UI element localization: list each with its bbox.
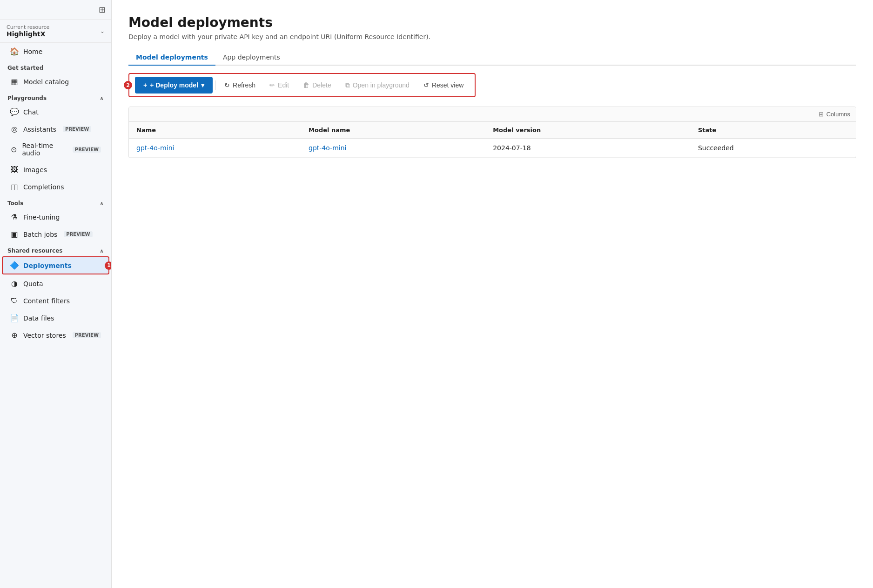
sidebar-item-deployments-label: Deployments xyxy=(23,262,72,269)
cell-model-version: 2024-07-18 xyxy=(485,139,691,158)
resource-selector[interactable]: Current resource HighlightX ⌄ xyxy=(0,20,111,43)
sidebar-item-home[interactable]: 🏠 Home xyxy=(3,43,108,60)
sidebar-item-content-filters[interactable]: 🛡 Content filters xyxy=(3,293,108,309)
reset-view-button[interactable]: ↺ Reset view xyxy=(418,79,469,92)
vector-stores-badge: PREVIEW xyxy=(73,332,101,338)
table-header-row: ⊞ Columns xyxy=(129,107,856,122)
deployments-icon: 🔷 xyxy=(10,261,19,270)
realtime-audio-badge: PREVIEW xyxy=(73,147,101,153)
quota-icon: ◑ xyxy=(10,279,19,288)
sidebar-item-batch-jobs[interactable]: ▣ Batch jobs PREVIEW xyxy=(3,226,108,242)
cell-state: Succeeded xyxy=(691,139,856,158)
sidebar-item-fine-tuning[interactable]: ⚗ Fine-tuning xyxy=(3,209,108,225)
edit-button[interactable]: ✏ Edit xyxy=(264,79,295,92)
deployments-table: ⊞ Columns Name Model name Model version … xyxy=(128,107,856,158)
page-description: Deploy a model with your private API key… xyxy=(128,33,856,40)
sidebar-item-completions-label: Completions xyxy=(23,183,64,191)
sidebar-item-realtime-audio-label: Real-time audio xyxy=(22,142,66,157)
open-in-playground-icon: ⧉ xyxy=(345,81,350,89)
toolbar: + + Deploy model ▾ ↻ Refresh ✏ Edit 🗑 De… xyxy=(128,73,476,97)
sidebar-item-quota-label: Quota xyxy=(23,280,43,287)
sidebar-item-quota[interactable]: ◑ Quota xyxy=(3,275,108,292)
sidebar-item-assistants-label: Assistants xyxy=(23,126,56,133)
tools-header: Tools ∧ xyxy=(0,195,111,208)
sidebar-item-deployments[interactable]: 🔷 Deployments xyxy=(2,256,109,274)
columns-label: Columns xyxy=(826,111,850,118)
sidebar: ⊞ Current resource HighlightX ⌄ 🏠 Home G… xyxy=(0,0,112,588)
sidebar-item-model-catalog-label: Model catalog xyxy=(23,78,69,86)
sidebar-item-batch-jobs-label: Batch jobs xyxy=(23,231,57,238)
delete-icon: 🗑 xyxy=(303,81,309,89)
sidebar-item-realtime-audio[interactable]: ⊙ Real-time audio PREVIEW xyxy=(3,138,108,160)
sidebar-item-vector-stores-label: Vector stores xyxy=(23,332,66,339)
refresh-icon: ↻ xyxy=(224,81,230,89)
tools-collapse-icon[interactable]: ∧ xyxy=(100,200,104,207)
shared-resources-header: Shared resources ∧ xyxy=(0,243,111,256)
realtime-audio-icon: ⊙ xyxy=(10,145,17,154)
cell-model-name[interactable]: gpt-4o-mini xyxy=(301,139,485,158)
deploy-model-button[interactable]: + + Deploy model ▾ xyxy=(135,77,213,94)
refresh-label: Refresh xyxy=(233,81,255,89)
shared-resources-collapse-icon[interactable]: ∧ xyxy=(100,248,104,254)
reset-view-icon: ↺ xyxy=(423,81,429,89)
expand-sidebar-icon[interactable]: ⊞ xyxy=(99,5,106,14)
delete-button[interactable]: 🗑 Delete xyxy=(297,79,336,92)
edit-icon: ✏ xyxy=(269,81,275,89)
sidebar-item-assistants[interactable]: ◎ Assistants PREVIEW xyxy=(3,121,108,137)
deploy-model-btn-wrapper: + + Deploy model ▾ xyxy=(135,77,213,94)
data-files-icon: 📄 xyxy=(10,314,19,322)
deploy-model-dropdown-icon: ▾ xyxy=(201,81,204,89)
col-name: Name xyxy=(129,122,301,139)
resource-chevron-icon: ⌄ xyxy=(100,28,105,34)
playgrounds-collapse-icon[interactable]: ∧ xyxy=(100,95,104,101)
edit-label: Edit xyxy=(278,81,289,89)
tab-model-deployments[interactable]: Model deployments xyxy=(128,50,215,66)
toolbar-wrapper: 2 + + Deploy model ▾ ↻ Refresh ✏ Edit 🗑 xyxy=(128,73,476,97)
get-started-header: Get started xyxy=(0,60,111,73)
col-model-name: Model name xyxy=(301,122,485,139)
annotation-badge-2: 2 xyxy=(124,81,132,89)
columns-button[interactable]: ⊞ Columns xyxy=(819,111,850,118)
tools-label: Tools xyxy=(7,200,23,207)
reset-view-label: Reset view xyxy=(432,81,463,89)
deployments-item-container: 🔷 Deployments 1 xyxy=(2,256,109,274)
refresh-button[interactable]: ↻ Refresh xyxy=(219,79,261,92)
vector-stores-icon: ⊕ xyxy=(10,331,19,340)
batch-jobs-badge: PREVIEW xyxy=(64,231,92,237)
table-row: gpt-4o-mini gpt-4o-mini 2024-07-18 Succe… xyxy=(129,139,856,158)
get-started-label: Get started xyxy=(7,65,43,71)
sidebar-top: ⊞ xyxy=(0,0,111,20)
page-title: Model deployments xyxy=(128,15,856,30)
batch-jobs-icon: ▣ xyxy=(10,230,19,239)
table: Name Model name Model version State gpt-… xyxy=(129,122,856,158)
playgrounds-header: Playgrounds ∧ xyxy=(0,90,111,103)
tab-app-deployments[interactable]: App deployments xyxy=(215,50,288,66)
sidebar-item-model-catalog[interactable]: ▦ Model catalog xyxy=(3,74,108,90)
col-model-version: Model version xyxy=(485,122,691,139)
sidebar-item-home-label: Home xyxy=(23,48,42,55)
table-header: Name Model name Model version State xyxy=(129,122,856,139)
col-state: State xyxy=(691,122,856,139)
resource-name: HighlightX xyxy=(7,30,49,38)
toolbar-divider-1 xyxy=(215,80,216,90)
fine-tuning-icon: ⚗ xyxy=(10,213,19,221)
sidebar-item-data-files[interactable]: 📄 Data files xyxy=(3,310,108,326)
delete-label: Delete xyxy=(312,81,331,89)
deploy-model-label: + Deploy model xyxy=(150,81,198,89)
sidebar-item-chat[interactable]: 💬 Chat xyxy=(3,104,108,120)
images-icon: 🖼 xyxy=(10,165,19,174)
columns-icon: ⊞ xyxy=(819,111,824,118)
open-in-playground-button[interactable]: ⧉ Open in playground xyxy=(340,79,415,92)
content-filters-icon: 🛡 xyxy=(10,296,19,305)
sidebar-item-data-files-label: Data files xyxy=(23,314,54,322)
assistants-badge: PREVIEW xyxy=(63,126,91,132)
sidebar-item-fine-tuning-label: Fine-tuning xyxy=(23,214,60,221)
cell-name[interactable]: gpt-4o-mini xyxy=(129,139,301,158)
shared-resources-label: Shared resources xyxy=(7,247,62,254)
sidebar-item-images[interactable]: 🖼 Images xyxy=(3,161,108,178)
sidebar-item-completions[interactable]: ◫ Completions xyxy=(3,179,108,195)
main-content: Model deployments Deploy a model with yo… xyxy=(112,0,873,588)
resource-label: Current resource xyxy=(7,24,49,30)
chat-icon: 💬 xyxy=(10,107,19,116)
sidebar-item-vector-stores[interactable]: ⊕ Vector stores PREVIEW xyxy=(3,327,108,343)
